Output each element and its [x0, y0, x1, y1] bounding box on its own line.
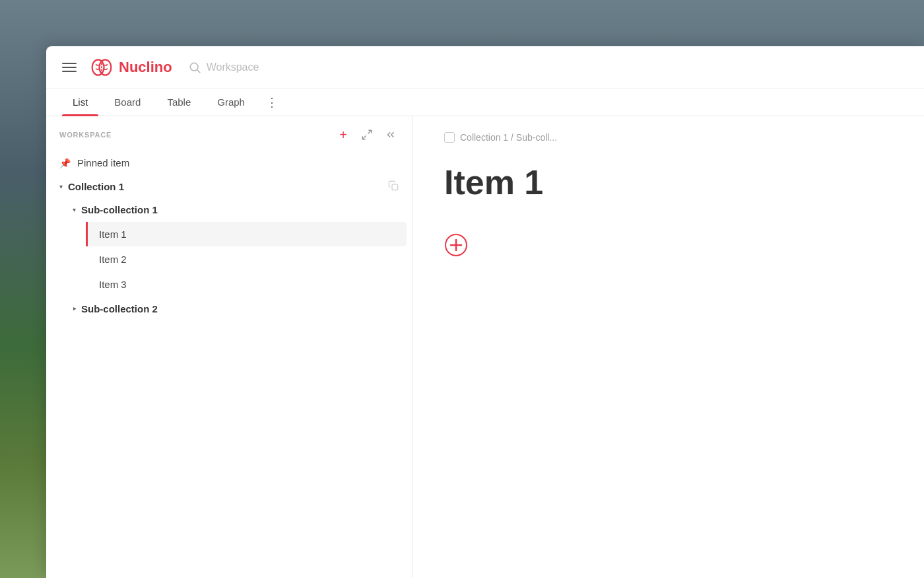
expand-button[interactable]	[359, 127, 375, 143]
collection-1: ▾ Collection 1 ▾	[46, 175, 412, 320]
breadcrumb-text: Collection 1 / Sub-coll...	[460, 132, 557, 143]
app-window: Nuclino Workspace List Board Table Graph…	[46, 46, 924, 578]
collapse-icon	[385, 129, 397, 141]
expand-icon	[361, 129, 373, 141]
add-content-button[interactable]	[444, 233, 468, 257]
tab-graph[interactable]: Graph	[207, 89, 255, 116]
breadcrumb: Collection 1 / Sub-coll...	[444, 132, 892, 143]
tab-table[interactable]: Table	[156, 89, 201, 116]
sidebar-actions: +	[335, 127, 399, 143]
collection-1-chevron: ▾	[59, 183, 63, 190]
svg-rect-7	[392, 184, 398, 190]
tab-board[interactable]: Board	[104, 89, 151, 116]
list-item-item3[interactable]: Item 3	[86, 272, 407, 297]
pinned-item-label: Pinned item	[77, 157, 129, 168]
logo-area: Nuclino	[90, 55, 172, 79]
search-placeholder[interactable]: Workspace	[207, 61, 259, 73]
svg-point-3	[190, 63, 198, 71]
sub-collection-2-chevron: ▾	[71, 307, 78, 310]
header: Nuclino Workspace	[46, 46, 924, 89]
app-name: Nuclino	[119, 59, 172, 76]
list-item-item1[interactable]: Item 1	[86, 222, 407, 246]
add-item-button[interactable]: +	[335, 127, 351, 143]
tabs-bar: List Board Table Graph ⋮	[46, 89, 924, 116]
collection-1-copy-icon[interactable]	[388, 180, 399, 193]
search-icon	[188, 61, 201, 74]
main-content: WORKSPACE +	[46, 116, 924, 578]
search-area[interactable]: Workspace	[188, 61, 259, 74]
breadcrumb-checkbox[interactable]	[444, 132, 455, 143]
sub-collection-1: ▾ Sub-collection 1	[59, 198, 412, 297]
sub-collection-2-header[interactable]: ▾ Sub-collection 2	[59, 297, 412, 320]
pinned-item[interactable]: 📌 Pinned item	[46, 151, 412, 175]
sidebar-header: WORKSPACE +	[46, 116, 412, 151]
svg-rect-9	[392, 307, 398, 312]
sidebar-items: 📌 Pinned item ▾ Collection 1	[46, 151, 412, 578]
sub-collections: ▾ Sub-collection 1	[46, 198, 412, 320]
document-area: Collection 1 / Sub-coll... Item 1	[412, 116, 924, 578]
collection-1-header[interactable]: ▾ Collection 1	[46, 175, 412, 198]
list-item-item2[interactable]: Item 2	[86, 247, 407, 271]
svg-point-0	[92, 59, 104, 75]
svg-line-4	[197, 69, 200, 73]
svg-line-6	[362, 136, 366, 139]
collection-1-name: Collection 1	[68, 181, 388, 192]
items-list: Item 1 Item 2 Item 3	[59, 222, 412, 297]
sub-collection-2: ▾ Sub-collection 2	[59, 297, 412, 320]
pin-icon: 📌	[59, 158, 71, 168]
sub-collection-1-header[interactable]: ▾ Sub-collection 1	[59, 198, 412, 221]
svg-point-1	[99, 59, 111, 75]
sub-collection-1-chevron: ▾	[73, 206, 76, 213]
logo-icon	[90, 55, 114, 79]
collapse-button[interactable]	[383, 127, 399, 143]
hamburger-menu-button[interactable]	[62, 63, 77, 72]
svg-line-5	[368, 130, 372, 133]
svg-rect-8	[392, 207, 398, 213]
sub-collection-1-name: Sub-collection 1	[81, 204, 388, 215]
workspace-label: WORKSPACE	[59, 131, 112, 139]
sidebar: WORKSPACE +	[46, 116, 412, 578]
more-tabs-button[interactable]: ⋮	[261, 90, 283, 115]
document-title: Item 1	[444, 164, 892, 201]
sub-collection-2-name: Sub-collection 2	[81, 303, 388, 314]
tab-list[interactable]: List	[62, 89, 98, 116]
add-circle-icon	[444, 233, 468, 257]
